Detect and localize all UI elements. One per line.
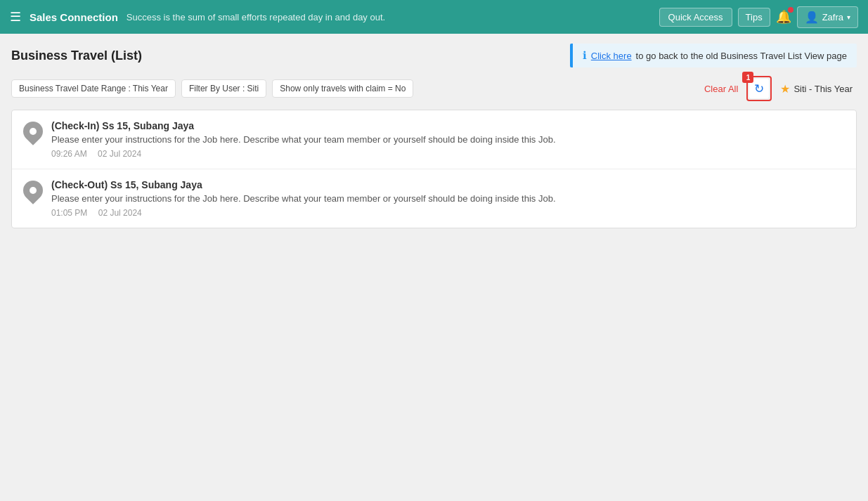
list-item-title: (Check-In) Ss 15, Subang Jaya — [51, 120, 845, 131]
saved-filter[interactable]: ★ Siti - This Year — [776, 79, 857, 98]
main-container: Business Travel (List) ℹ Click here to g… — [0, 34, 868, 501]
list-item-content: (Check-Out) Ss 15, Subang Jaya Please en… — [51, 179, 845, 218]
refresh-button-wrapper: 1 ↻ — [746, 76, 772, 101]
old-view-link[interactable]: Click here — [591, 51, 632, 61]
info-icon: ℹ — [583, 49, 587, 62]
topnav-right-actions: Quick Access Tips 🔔 👤 Zafra ▾ — [659, 6, 858, 28]
info-banner-text: to go back to the old Business Travel Li… — [636, 51, 847, 61]
location-pin-icon — [19, 117, 47, 145]
tips-button[interactable]: Tips — [738, 8, 770, 27]
filter-bar: Business Travel Date Range : This Year F… — [11, 76, 857, 101]
user-chevron-icon: ▾ — [847, 13, 850, 21]
refresh-badge: 1 — [742, 72, 753, 83]
clear-all-button[interactable]: Clear All — [700, 81, 742, 97]
menu-icon[interactable]: ☰ — [10, 9, 21, 25]
list-item[interactable]: (Check-Out) Ss 15, Subang Jaya Please en… — [12, 169, 856, 228]
page-header: Business Travel (List) ℹ Click here to g… — [11, 34, 857, 76]
notification-bell-icon[interactable]: 🔔 — [776, 9, 791, 25]
list-item[interactable]: (Check-In) Ss 15, Subang Jaya Please ent… — [12, 110, 856, 169]
list-item-description: Please enter your instructions for the J… — [51, 193, 845, 205]
list-item-time: 09:26 AM — [51, 149, 87, 159]
saved-filter-label: Siti - This Year — [793, 84, 853, 94]
user-menu[interactable]: 👤 Zafra ▾ — [797, 6, 858, 28]
list-item-time: 01:05 PM — [51, 208, 87, 218]
location-pin-icon — [19, 176, 47, 204]
travel-list-container: (Check-In) Ss 15, Subang Jaya Please ent… — [11, 110, 857, 228]
list-item-meta: 01:05 PM 02 Jul 2024 — [51, 208, 845, 218]
user-avatar-icon: 👤 — [805, 11, 819, 24]
user-filter-chip[interactable]: Filter By User : Siti — [181, 79, 266, 98]
top-navigation: ☰ Sales Connection Success is the sum of… — [0, 0, 868, 34]
list-item-date: 02 Jul 2024 — [98, 149, 141, 159]
list-item-description: Please enter your instructions for the J… — [51, 134, 845, 146]
brand-name: Sales Connection — [30, 11, 118, 23]
list-item-date: 02 Jul 2024 — [98, 208, 142, 218]
list-item-meta: 09:26 AM 02 Jul 2024 — [51, 149, 845, 159]
page-title: Business Travel (List) — [11, 48, 142, 63]
filter-bar-right: Clear All 1 ↻ ★ Siti - This Year — [700, 76, 857, 101]
user-name: Zafra — [822, 12, 843, 22]
info-banner: ℹ Click here to go back to the old Busin… — [570, 44, 857, 67]
star-icon: ★ — [780, 82, 790, 96]
quick-access-button[interactable]: Quick Access — [659, 8, 732, 27]
notification-dot — [788, 7, 793, 13]
list-item-content: (Check-In) Ss 15, Subang Jaya Please ent… — [51, 120, 845, 159]
list-item-title: (Check-Out) Ss 15, Subang Jaya — [51, 179, 845, 190]
date-range-filter-chip[interactable]: Business Travel Date Range : This Year — [11, 79, 176, 98]
list-scroll-area: (Check-In) Ss 15, Subang Jaya Please ent… — [12, 110, 856, 228]
claim-filter-chip[interactable]: Show only travels with claim = No — [272, 79, 413, 98]
tagline: Success is the sum of small efforts repe… — [127, 12, 651, 22]
